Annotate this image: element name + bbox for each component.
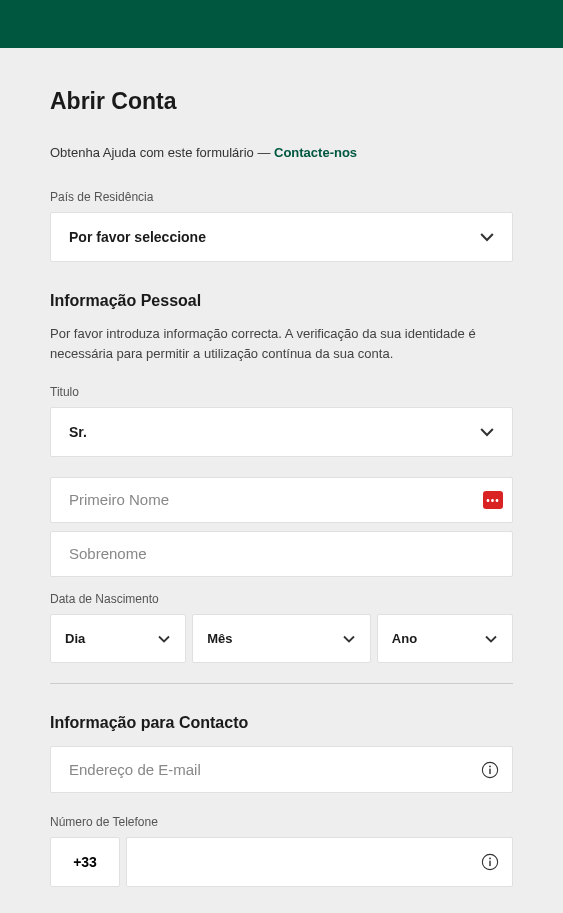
dob-month-value: Mês — [207, 631, 232, 646]
last-name-input[interactable] — [50, 531, 513, 577]
title-value: Sr. — [69, 424, 87, 440]
svg-point-1 — [489, 765, 491, 767]
title-field-label: Titulo — [50, 385, 513, 399]
title-select[interactable]: Sr. — [50, 407, 513, 457]
personal-info-title: Informação Pessoal — [50, 292, 513, 310]
phone-prefix[interactable]: +33 — [50, 837, 120, 887]
help-prefix: Obtenha Ajuda com este formulário — — [50, 145, 274, 160]
chevron-down-icon — [480, 425, 494, 439]
first-name-input[interactable] — [50, 477, 513, 523]
phone-row: +33 — [50, 837, 513, 887]
chevron-down-icon — [484, 632, 498, 646]
personal-info-desc: Por favor introduza informação correcta.… — [50, 324, 513, 363]
dob-row: Dia Mês Ano — [50, 614, 513, 663]
contact-info-title: Informação para Contacto — [50, 714, 513, 732]
email-input[interactable] — [50, 746, 513, 793]
last-name-wrapper — [50, 531, 513, 577]
help-text: Obtenha Ajuda com este formulário — Cont… — [50, 145, 513, 160]
residence-select[interactable]: Por favor seleccione — [50, 212, 513, 262]
info-icon[interactable] — [481, 853, 499, 871]
dob-day-value: Dia — [65, 631, 85, 646]
residence-label: País de Residência — [50, 190, 513, 204]
section-divider — [50, 683, 513, 684]
main-content: Abrir Conta Obtenha Ajuda com este formu… — [0, 48, 563, 887]
dob-year-select[interactable]: Ano — [377, 614, 513, 663]
phone-label: Número de Telefone — [50, 815, 513, 829]
chevron-down-icon — [480, 230, 494, 244]
phone-input[interactable] — [126, 837, 513, 887]
dob-day-select[interactable]: Dia — [50, 614, 186, 663]
password-manager-icon[interactable]: ••• — [483, 491, 503, 509]
dob-year-value: Ano — [392, 631, 417, 646]
dob-label: Data de Nascimento — [50, 592, 513, 606]
phone-input-wrapper — [126, 837, 513, 887]
svg-point-4 — [489, 858, 491, 860]
header-bar — [0, 0, 563, 48]
residence-value: Por favor seleccione — [69, 229, 206, 245]
first-name-wrapper: ••• — [50, 477, 513, 523]
chevron-down-icon — [157, 632, 171, 646]
info-icon[interactable] — [481, 761, 499, 779]
svg-rect-5 — [489, 861, 490, 866]
svg-rect-2 — [489, 768, 490, 773]
chevron-down-icon — [342, 632, 356, 646]
page-title: Abrir Conta — [50, 88, 513, 115]
dob-month-select[interactable]: Mês — [192, 614, 371, 663]
email-wrapper — [50, 746, 513, 793]
contact-us-link[interactable]: Contacte-nos — [274, 145, 357, 160]
